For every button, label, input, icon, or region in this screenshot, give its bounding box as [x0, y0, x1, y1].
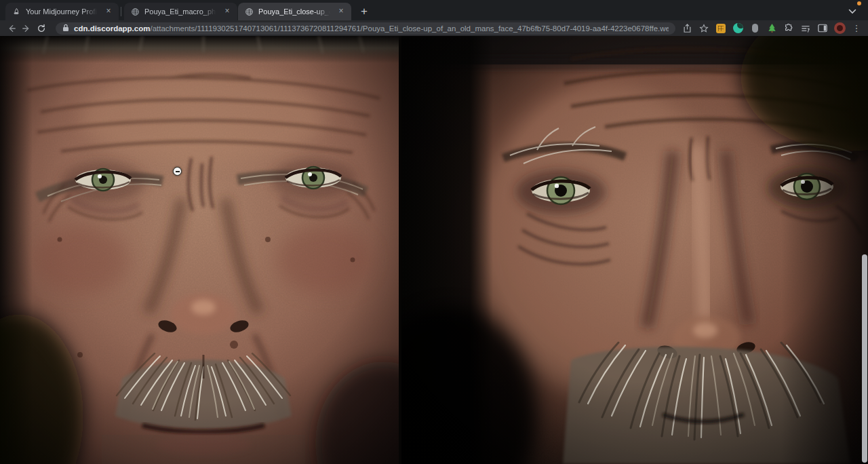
tab-close-icon[interactable]: × — [336, 7, 346, 16]
reload-button[interactable] — [34, 22, 49, 35]
back-button[interactable] — [4, 22, 19, 35]
globe-icon — [130, 7, 140, 16]
bookmark-star-icon[interactable] — [698, 22, 710, 35]
tab-label: Pouya_Eti_macro_photo_of_a — [144, 7, 218, 16]
padlock-icon[interactable] — [62, 22, 69, 35]
toolbar-actions: ⋮ — [681, 22, 863, 35]
image-viewer[interactable] — [0, 36, 868, 464]
forward-button[interactable] — [19, 22, 34, 35]
browser-window: Your Midjourney Profile × Pouya_Eti_macr… — [0, 0, 868, 464]
tab-label: Your Midjourney Profile — [26, 7, 99, 16]
tab-close-icon[interactable]: × — [222, 7, 232, 16]
vertical-scrollbar[interactable] — [862, 254, 867, 463]
globe-icon — [244, 7, 254, 16]
new-tab-button[interactable]: + — [357, 5, 372, 17]
midjourney-sailboat-icon — [12, 7, 21, 16]
url-path: /attachments/1111930251740713061/1113736… — [150, 24, 669, 33]
tab-close-icon[interactable]: × — [104, 7, 113, 16]
tab-search-chevron-icon[interactable] — [846, 7, 859, 16]
browser-toolbar: cdn.discordapp.com/attachments/111193025… — [0, 20, 868, 36]
tab-strip: Your Midjourney Profile × Pouya_Eti_macr… — [0, 0, 868, 20]
extension-blob-icon[interactable] — [749, 22, 761, 35]
right-portrait-image[interactable] — [401, 36, 868, 464]
address-bar[interactable]: cdn.discordapp.com/attachments/111193025… — [56, 22, 675, 35]
browser-menu-icon[interactable]: ⋮ — [850, 22, 863, 35]
url-text: cdn.discordapp.com/attachments/111193025… — [74, 24, 669, 33]
reading-list-icon[interactable] — [800, 22, 812, 35]
tab-label: Pouya_Eti_close-up_of_an_ol — [258, 7, 332, 16]
extensions-puzzle-icon[interactable] — [783, 22, 795, 35]
extension-tree-icon[interactable] — [766, 22, 778, 35]
share-icon[interactable] — [681, 22, 693, 35]
tab-midjourney-profile[interactable]: Your Midjourney Profile × — [5, 3, 119, 20]
left-portrait-image[interactable] — [0, 36, 399, 464]
update-badge — [857, 1, 861, 5]
tab-divider — [121, 7, 121, 16]
url-host: cdn.discordapp.com — [74, 24, 150, 33]
side-panel-icon[interactable] — [816, 22, 829, 35]
zoom-out-cursor-icon — [173, 167, 182, 176]
profile-avatar[interactable] — [833, 22, 846, 35]
extension-grid-icon[interactable] — [715, 22, 727, 35]
tab-macro-photo[interactable]: Pouya_Eti_macro_photo_of_a × — [124, 3, 237, 20]
extension-darkmode-moon-icon[interactable] — [732, 22, 744, 35]
tab-close-up-active[interactable]: Pouya_Eti_close-up_of_an_ol × — [238, 3, 351, 20]
